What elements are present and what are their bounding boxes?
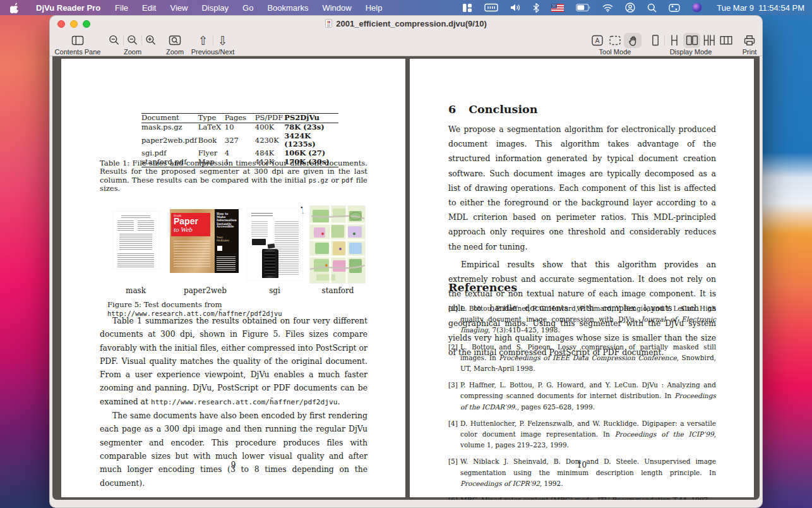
reference-item: [2]L. Bottou and S. Pigeon. Lossy compre…	[448, 342, 716, 375]
title-bar[interactable]: 2001_efficient_compression.djvu(9/10)	[50, 16, 762, 32]
reference-item: [3]P. Haffner, L. Bottou, P. G. Howard, …	[448, 380, 716, 413]
menu-item-help[interactable]: Help	[359, 3, 390, 13]
table-cell: 4	[225, 149, 255, 158]
apple-icon	[10, 3, 20, 13]
paragraph: The same documents have also been encode…	[100, 409, 367, 490]
apple-menu[interactable]	[0, 3, 28, 13]
table-header: Pages	[225, 114, 255, 123]
volume-icon[interactable]	[510, 3, 521, 12]
zoom-out-icon	[126, 34, 139, 47]
thumbnail-sgi	[247, 209, 302, 280]
next-page-button[interactable]: ⇩	[214, 33, 232, 48]
table-header: PS/PDF	[255, 114, 284, 123]
input-us-flag-icon[interactable]	[551, 4, 564, 12]
account-icon[interactable]	[625, 3, 635, 13]
page-10: 6 Conclusion We propose a segmentation a…	[410, 59, 754, 497]
table-cell: mask.ps.gz	[141, 123, 198, 133]
single-page-mode-button[interactable]	[647, 33, 664, 48]
table-cell: 400K	[255, 123, 284, 133]
wifi-icon[interactable]	[602, 4, 613, 12]
thumbnail-paper2web: from Paper to Web How to Make Informatio…	[170, 209, 239, 273]
section-heading: 6 Conclusion	[448, 103, 537, 116]
document-proxy-icon[interactable]	[325, 19, 332, 28]
menu-item-window[interactable]: Window	[315, 3, 358, 13]
page-9: DocumentTypePagesPS/PDFPS2DjVumask.ps.gz…	[61, 59, 405, 497]
zoom-in-button[interactable]	[143, 33, 159, 48]
table-cell: 10	[225, 123, 255, 133]
figure-label-stanford: stanford	[322, 286, 354, 295]
marquee-zoom-icon	[169, 34, 181, 47]
menu-item-go[interactable]: Go	[236, 3, 260, 13]
menu-item-edit[interactable]: Edit	[135, 3, 163, 13]
menu-item-file[interactable]: File	[108, 3, 135, 13]
sidebar-icon	[71, 35, 84, 46]
table-cell: LaTeX	[198, 123, 225, 133]
paper2web-cover-title: from Paper to Web	[171, 213, 210, 236]
menu-items: FileEditViewDisplayGoBookmarksWindowHelp	[108, 3, 389, 13]
previous-next-label: Previous/Next	[175, 48, 251, 56]
book-mode-button[interactable]	[718, 33, 735, 48]
marquee-select-tool-button[interactable]	[606, 33, 624, 48]
bluetooth-icon[interactable]	[533, 3, 539, 13]
zoom-out-button[interactable]	[124, 33, 141, 48]
table-header: Type	[198, 114, 225, 123]
control-center-icon[interactable]	[669, 4, 680, 12]
battery-icon[interactable]	[576, 4, 590, 11]
document-scroll-area[interactable]: DocumentTypePagesPS/PDFPS2DjVumask.ps.gz…	[52, 56, 760, 500]
menu-item-display[interactable]: Display	[194, 3, 236, 13]
svg-text:A: A	[595, 37, 599, 44]
marquee-zoom-button[interactable]	[166, 33, 184, 48]
reference-item: [1]L. Bottou, P. Haffner, P. G. Howard, …	[448, 303, 716, 336]
down-arrow-icon: ⇩	[218, 35, 228, 47]
table-row: paper2web.pdfBook3274230K3424K (1235s)	[141, 132, 338, 149]
paper2web-spine: How to Make Information Instantly Access…	[215, 209, 239, 273]
menu-item-view[interactable]: View	[163, 3, 194, 13]
paragraph: Table 1 summarizes the results obtained …	[100, 314, 367, 409]
continuous-mode-button[interactable]	[666, 33, 683, 48]
menu-bar-clock[interactable]: Tue Mar 9 11:54:54 PM	[714, 3, 804, 13]
hand-tool-icon	[627, 35, 639, 47]
paragraph: We propose a segmentation algorithm for …	[448, 122, 716, 254]
table-cell: 3424K (1235s)	[284, 132, 338, 149]
two-page-continuous-icon	[703, 34, 715, 47]
two-page-mode-button[interactable]	[683, 33, 700, 48]
spotlight-icon[interactable]	[647, 3, 657, 13]
table-cell: Book	[198, 132, 225, 149]
keyboard-icon[interactable]	[484, 3, 498, 12]
up-arrow-icon: ⇧	[198, 35, 208, 47]
figure-label-paper2web: paper2web	[184, 286, 227, 295]
table-row: sgi.pdfFlyer4484K106K (27)	[141, 149, 338, 158]
figure-5: sgi from Paper to Web	[61, 206, 405, 307]
table-header: Document	[141, 114, 198, 123]
zoom-fit-button[interactable]	[106, 33, 122, 48]
print-button[interactable]	[741, 33, 758, 48]
book-mode-icon	[720, 34, 732, 47]
window-tiles-icon[interactable]	[462, 3, 472, 13]
section-number: 6	[448, 103, 456, 116]
table-cell: paper2web.pdf	[141, 132, 198, 149]
two-page-icon	[686, 34, 698, 47]
text-select-tool-button[interactable]: A	[588, 33, 606, 48]
desktop: DjVu Reader Pro FileEditViewDisplayGoBoo…	[0, 0, 812, 508]
zoom-out-icon	[108, 34, 121, 47]
table-cell: 78K (23s)	[284, 123, 338, 133]
window-title: 2001_efficient_compression.djvu(9/10)	[50, 19, 762, 28]
references-list: [1]L. Bottou, P. Haffner, P. G. Howard, …	[448, 303, 716, 500]
references-heading: References	[448, 281, 517, 294]
table-cell: Flyer	[198, 149, 225, 158]
reference-item: [4]D. Huttenlocher, P. Felzenszwalb, and…	[448, 418, 716, 451]
thumbnail-mask	[113, 212, 158, 269]
previous-page-button[interactable]: ⇧	[194, 33, 212, 48]
hand-tool-button[interactable]	[624, 33, 642, 48]
table-cell: 327	[225, 132, 255, 149]
contents-pane-button[interactable]	[69, 33, 87, 48]
table-row: mask.ps.gzLaTeX10400K78K (23s)	[141, 123, 338, 133]
zoom-in-icon	[145, 34, 157, 47]
two-page-continuous-mode-button[interactable]	[700, 33, 717, 48]
table-caption: Table 1: File sizes and compression time…	[100, 159, 367, 193]
menu-item-bookmarks[interactable]: Bookmarks	[260, 3, 315, 13]
figure-label-sgi: sgi	[269, 286, 280, 295]
single-page-icon	[649, 34, 662, 47]
siri-icon[interactable]	[692, 3, 702, 13]
menu-item-app-name[interactable]: DjVu Reader Pro	[28, 3, 108, 13]
